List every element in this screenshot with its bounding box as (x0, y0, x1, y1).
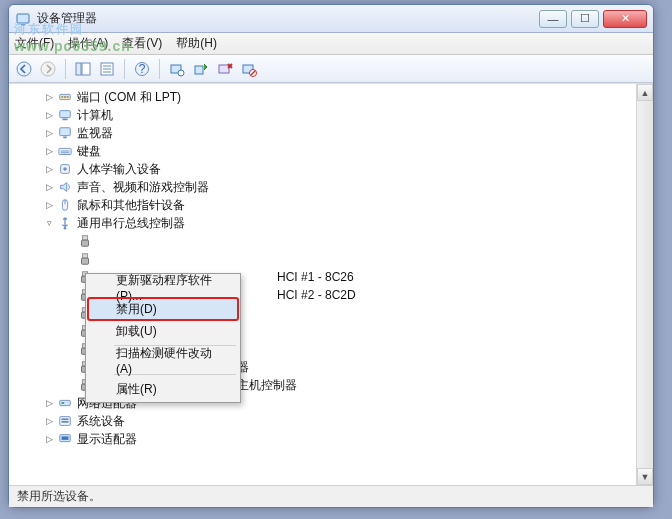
sound-icon (57, 179, 73, 195)
svg-rect-14 (195, 66, 203, 74)
device-manager-window: 设备管理器 — ☐ ✕ 文件(F) 操作(A) 查看(V) 帮助(H) ? ▷端… (8, 4, 654, 508)
menubar: 文件(F) 操作(A) 查看(V) 帮助(H) (9, 33, 653, 55)
mouse-icon (57, 197, 73, 213)
svg-rect-1 (21, 24, 25, 26)
svg-rect-22 (62, 96, 64, 98)
usb-icon (57, 215, 73, 231)
usbplug-icon (77, 233, 93, 249)
node-label: 鼠标和其他指针设备 (77, 197, 185, 214)
svg-point-3 (41, 62, 55, 76)
node-label: 计算机 (77, 107, 113, 124)
expand-icon[interactable]: ▷ (43, 397, 55, 409)
expand-icon[interactable]: ▷ (43, 109, 55, 121)
node-label: 监视器 (77, 125, 113, 142)
uninstall-icon[interactable] (216, 60, 234, 78)
tree-node[interactable]: ▷键盘 (11, 142, 634, 160)
network-icon (57, 395, 73, 411)
no-expand (63, 253, 75, 265)
minimize-button[interactable]: — (539, 10, 567, 28)
tree-node[interactable] (11, 250, 634, 268)
disable-icon[interactable] (240, 60, 258, 78)
svg-rect-37 (82, 236, 87, 240)
svg-rect-0 (17, 14, 29, 23)
tree-node[interactable]: ▷端口 (COM 和 LPT) (11, 88, 634, 106)
expand-icon[interactable]: ▷ (43, 199, 55, 211)
help-icon[interactable]: ? (133, 60, 151, 78)
context-uninstall[interactable]: 卸载(U) (88, 320, 238, 342)
no-expand (63, 235, 75, 247)
close-button[interactable]: ✕ (603, 10, 647, 28)
display-icon (57, 431, 73, 447)
tree-node[interactable]: ▿通用串行总线控制器 (11, 214, 634, 232)
svg-rect-28 (63, 137, 67, 139)
back-icon[interactable] (15, 60, 33, 78)
window-buttons: — ☐ ✕ (539, 10, 647, 28)
tree-node[interactable]: ▷显示适配器 (11, 430, 634, 448)
scan-hardware-icon[interactable] (168, 60, 186, 78)
tree-node[interactable]: ▷计算机 (11, 106, 634, 124)
hid-icon (57, 161, 73, 177)
svg-rect-58 (62, 418, 69, 420)
expand-icon[interactable]: ▷ (43, 127, 55, 139)
node-label: 键盘 (77, 143, 101, 160)
svg-rect-40 (82, 258, 89, 264)
context-update-driver[interactable]: 更新驱动程序软件(P)... (88, 276, 238, 298)
node-label: 通用串行总线控制器 (77, 215, 185, 232)
console-tree-icon[interactable] (74, 60, 92, 78)
svg-rect-39 (82, 254, 87, 258)
monitor-icon (57, 125, 73, 141)
svg-rect-5 (82, 63, 90, 75)
svg-rect-27 (60, 128, 71, 136)
expand-icon[interactable]: ▷ (43, 91, 55, 103)
expand-icon[interactable]: ▷ (43, 415, 55, 427)
context-properties[interactable]: 属性(R) (88, 378, 238, 400)
collapse-icon[interactable]: ▿ (43, 217, 55, 229)
svg-rect-55 (60, 400, 71, 405)
no-expand (63, 307, 75, 319)
scroll-track[interactable] (637, 101, 653, 468)
no-expand (63, 289, 75, 301)
tree-node[interactable]: ▷声音、视频和游戏控制器 (11, 178, 634, 196)
node-label: 系统设备 (77, 413, 125, 430)
port-icon (57, 89, 73, 105)
node-label: 人体学输入设备 (77, 161, 161, 178)
menu-file[interactable]: 文件(F) (15, 35, 54, 52)
statusbar: 禁用所选设备。 (9, 485, 653, 507)
scroll-down-icon[interactable]: ▼ (637, 468, 653, 485)
tree-node[interactable]: ▷监视器 (11, 124, 634, 142)
svg-rect-25 (60, 111, 71, 118)
tree-node[interactable] (11, 232, 634, 250)
scroll-up-icon[interactable]: ▲ (637, 84, 653, 101)
expand-icon[interactable]: ▷ (43, 433, 55, 445)
no-expand (63, 343, 75, 355)
svg-text:?: ? (139, 62, 146, 76)
svg-rect-38 (82, 240, 89, 246)
no-expand (63, 325, 75, 337)
node-label-suffix: HCI #1 - 8C26 (277, 270, 354, 284)
forward-icon[interactable] (39, 60, 57, 78)
tree-node[interactable]: ▷系统设备 (11, 412, 634, 430)
vertical-scrollbar[interactable]: ▲ ▼ (636, 84, 653, 485)
no-expand (63, 271, 75, 283)
expand-icon[interactable]: ▷ (43, 145, 55, 157)
menu-view[interactable]: 查看(V) (122, 35, 162, 52)
update-driver-icon[interactable] (192, 60, 210, 78)
computer-icon (57, 107, 73, 123)
no-expand (63, 379, 75, 391)
properties-icon[interactable] (98, 60, 116, 78)
menu-help[interactable]: 帮助(H) (176, 35, 217, 52)
context-scan-hardware[interactable]: 扫描检测硬件改动(A) (88, 349, 238, 371)
maximize-button[interactable]: ☐ (571, 10, 599, 28)
expand-icon[interactable]: ▷ (43, 163, 55, 175)
tree-node[interactable]: ▷人体学输入设备 (11, 160, 634, 178)
node-label: 显示适配器 (77, 431, 137, 448)
expand-icon[interactable]: ▷ (43, 181, 55, 193)
app-icon (15, 11, 31, 27)
svg-point-36 (64, 227, 67, 230)
tree-node[interactable]: ▷鼠标和其他指针设备 (11, 196, 634, 214)
context-menu: 更新驱动程序软件(P)... 禁用(D) 卸载(U) 扫描检测硬件改动(A) 属… (85, 273, 241, 403)
toolbar: ? (9, 55, 653, 83)
window-title: 设备管理器 (37, 10, 539, 27)
menu-action[interactable]: 操作(A) (68, 35, 108, 52)
svg-rect-23 (64, 96, 66, 98)
